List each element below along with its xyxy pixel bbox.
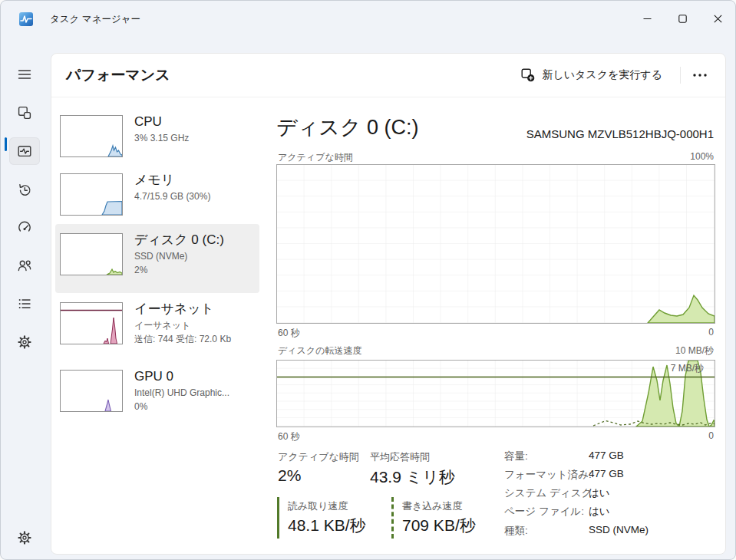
perf-item-disk-selected[interactable]: ディスク 0 (C:) SSD (NVMe) 2% bbox=[55, 224, 259, 293]
selected-nav-indicator bbox=[5, 137, 7, 151]
run-new-task-label: 新しいタスクを実行する bbox=[542, 68, 662, 82]
disk-device-name: SAMSUNG MZVLB512HBJQ-000H1 bbox=[526, 127, 714, 140]
services-cog-icon bbox=[17, 334, 32, 350]
hamburger-icon bbox=[17, 67, 32, 82]
active-time-stat-label: アクティブな時間 bbox=[278, 450, 359, 464]
run-new-task-icon bbox=[521, 68, 535, 82]
task-manager-window: タスク マネージャー bbox=[0, 0, 736, 560]
perf-item-detail: SSD (NVMe) bbox=[134, 249, 256, 263]
sidebar-item-performance[interactable] bbox=[9, 137, 40, 165]
ethernet-mini-chart bbox=[60, 302, 123, 344]
close-button[interactable] bbox=[700, 1, 735, 36]
perf-item-title: メモリ bbox=[134, 170, 256, 189]
active-time-chart-labels: アクティブな時間 100% bbox=[278, 151, 714, 164]
system-disk-label: システム ディスク: bbox=[504, 486, 595, 500]
write-speed-value: 709 KB/秒 bbox=[402, 514, 476, 537]
minimize-button[interactable] bbox=[629, 1, 665, 36]
sidebar-item-services[interactable] bbox=[9, 328, 40, 356]
active-time-stat-value: 2% bbox=[278, 466, 301, 485]
settings-button[interactable] bbox=[9, 524, 40, 552]
performance-list: CPU 3% 3.15 GHz メモリ 4.7/15.9 GB (30%) bbox=[51, 97, 270, 554]
active-time-chart bbox=[276, 164, 715, 324]
processes-icon bbox=[17, 105, 32, 120]
read-speed-label: 読み取り速度 bbox=[288, 499, 366, 514]
avg-response-stat-label: 平均応答時間 bbox=[370, 450, 430, 464]
window-titlebar: タスク マネージャー bbox=[1, 1, 735, 38]
page-title: パフォーマンス bbox=[66, 65, 170, 85]
system-disk-value: はい bbox=[589, 486, 610, 500]
perf-item-title: GPU 0 bbox=[134, 367, 256, 386]
more-options-button[interactable] bbox=[685, 63, 715, 87]
sidebar-item-app-history[interactable] bbox=[9, 176, 40, 203]
perf-item-ethernet[interactable]: イーサネット イーサネット 送信: 744 受信: 72.0 Kb bbox=[55, 293, 259, 361]
perf-item-gpu[interactable]: GPU 0 Intel(R) UHD Graphic... 0% bbox=[55, 361, 259, 428]
sidebar-item-processes[interactable] bbox=[9, 99, 40, 127]
avg-response-stat-value: 43.9 ミリ秒 bbox=[370, 466, 455, 488]
transfer-rate-chart: 7 MB/秒 bbox=[276, 360, 715, 427]
x-axis-right-label: 0 bbox=[708, 430, 714, 443]
transfer-rate-label: ディスクの転送速度 bbox=[278, 344, 361, 357]
gpu-mini-chart bbox=[60, 370, 123, 412]
gear-icon bbox=[17, 530, 32, 545]
transfer-marker-label: 7 MB/秒 bbox=[671, 362, 704, 375]
read-speed-value: 48.1 KB/秒 bbox=[288, 514, 366, 537]
run-new-task-button[interactable]: 新しいタスクを実行する bbox=[513, 62, 670, 88]
perf-item-title: イーサネット bbox=[134, 299, 256, 318]
perf-item-detail2: 0% bbox=[134, 400, 256, 413]
sidebar-item-startup-apps[interactable] bbox=[9, 213, 40, 241]
perf-item-title: CPU bbox=[134, 112, 256, 131]
page-file-label: ページ ファイル: bbox=[504, 505, 584, 519]
users-icon bbox=[17, 258, 32, 273]
perf-item-detail: 4.7/15.9 GB (30%) bbox=[134, 189, 256, 203]
memory-mini-chart bbox=[60, 173, 123, 216]
perf-item-detail: イーサネット bbox=[134, 318, 256, 332]
x-axis-left-label: 60 秒 bbox=[278, 327, 300, 340]
read-speed-stat: 読み取り速度 48.1 KB/秒 bbox=[277, 497, 366, 539]
perf-item-detail: Intel(R) UHD Graphic... bbox=[134, 386, 256, 400]
capacity-label: 容量: bbox=[504, 450, 528, 463]
maximize-button[interactable] bbox=[665, 1, 700, 36]
perf-item-title: ディスク 0 (C:) bbox=[134, 230, 256, 249]
write-speed-stat: 書き込み速度 709 KB/秒 bbox=[391, 497, 476, 539]
disk-mini-chart bbox=[60, 233, 123, 275]
performance-icon bbox=[17, 143, 32, 159]
type-value: SSD (NVMe) bbox=[589, 524, 649, 535]
cpu-mini-chart bbox=[60, 115, 123, 157]
details-list-icon bbox=[17, 296, 32, 311]
perf-item-memory[interactable]: メモリ 4.7/15.9 GB (30%) bbox=[55, 164, 259, 222]
sidebar-item-users[interactable] bbox=[9, 252, 40, 279]
write-speed-label: 書き込み速度 bbox=[402, 499, 476, 514]
active-time-max-label: 100% bbox=[690, 151, 714, 164]
disk-pane-title: ディスク 0 (C:) bbox=[276, 114, 419, 141]
content-card: パフォーマンス 新しいタスクを実行する bbox=[51, 53, 726, 555]
header-separator bbox=[680, 67, 681, 84]
formatted-label: フォーマット済み: bbox=[504, 468, 592, 482]
transfer-rate-max-label: 10 MB/秒 bbox=[675, 344, 714, 357]
perf-item-detail: 3% 3.15 GHz bbox=[134, 131, 256, 145]
window-title: タスク マネージャー bbox=[50, 1, 140, 38]
perf-item-detail2: 2% bbox=[134, 263, 256, 277]
type-label: 種類: bbox=[504, 524, 528, 538]
transfer-chart-labels: ディスクの転送速度 10 MB/秒 bbox=[278, 344, 714, 357]
task-manager-app-icon bbox=[19, 12, 33, 26]
ellipsis-icon bbox=[693, 74, 707, 77]
x-axis-right-label: 0 bbox=[708, 327, 714, 340]
active-time-label: アクティブな時間 bbox=[278, 151, 353, 164]
x-axis-left-label: 60 秒 bbox=[278, 430, 300, 443]
menu-toggle-button[interactable] bbox=[9, 61, 40, 88]
page-file-value: はい bbox=[589, 505, 610, 519]
sidebar-item-details[interactable] bbox=[9, 290, 40, 318]
formatted-value: 477 GB bbox=[589, 468, 624, 479]
perf-item-cpu[interactable]: CPU 3% 3.15 GHz bbox=[55, 106, 259, 164]
transfer-x-axis: 60 秒 0 bbox=[278, 430, 714, 443]
page-header: パフォーマンス 新しいタスクを実行する bbox=[51, 54, 725, 97]
navigation-rail bbox=[1, 38, 51, 559]
history-icon bbox=[17, 182, 32, 197]
perf-item-detail2: 送信: 744 受信: 72.0 Kb bbox=[134, 332, 256, 346]
speedometer-icon bbox=[17, 219, 32, 235]
active-time-x-axis: 60 秒 0 bbox=[278, 327, 714, 340]
capacity-value: 477 GB bbox=[589, 450, 624, 461]
